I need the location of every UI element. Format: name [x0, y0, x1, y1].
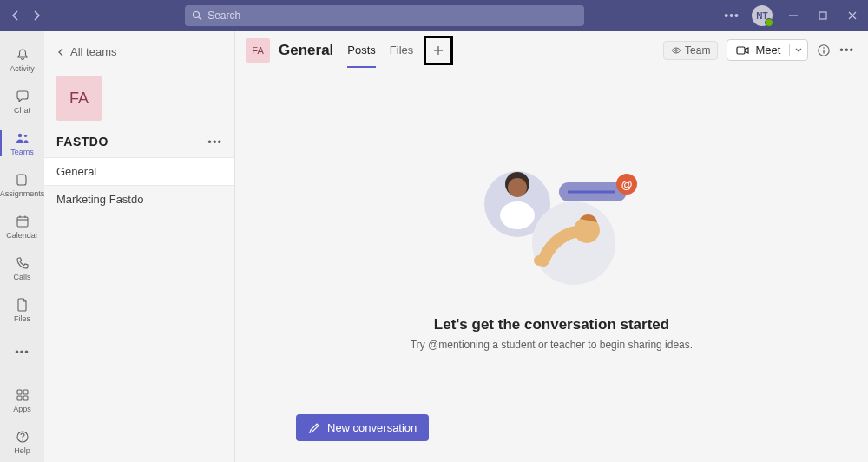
window-close-button[interactable]	[844, 7, 861, 24]
tab-posts[interactable]: Posts	[347, 32, 376, 68]
more-icon: •••	[15, 344, 30, 360]
meet-button[interactable]: Meet	[727, 40, 789, 60]
all-teams-label: All teams	[70, 45, 116, 58]
search-input[interactable]: Search	[185, 5, 584, 26]
rail-label: Calendar	[6, 231, 38, 240]
meet-dropdown-button[interactable]	[789, 44, 807, 56]
team-pill-label: Team	[685, 44, 710, 56]
eye-icon	[671, 45, 681, 56]
team-name[interactable]: FASTDO	[56, 135, 108, 148]
team-more-button[interactable]: •••	[207, 135, 222, 148]
rail-item-chat[interactable]: Chat	[0, 82, 44, 122]
compose-icon	[308, 422, 320, 434]
rail-label: Calls	[13, 273, 30, 281]
svg-point-29	[532, 201, 615, 285]
content-body: @ Let's get the conversation started Try…	[235, 69, 868, 462]
rail-label: Chat	[14, 106, 30, 115]
svg-point-6	[17, 134, 21, 137]
help-icon	[16, 429, 30, 445]
rail-item-activity[interactable]: Activity	[0, 40, 44, 80]
svg-point-0	[194, 12, 200, 18]
svg-point-27	[500, 201, 535, 229]
svg-line-1	[199, 17, 201, 20]
svg-rect-21	[737, 47, 745, 54]
rail-label: Apps	[13, 405, 31, 413]
svg-point-23	[824, 47, 825, 49]
apps-icon	[16, 387, 30, 403]
calendar-icon	[16, 214, 30, 229]
rail-item-teams[interactable]: Teams	[0, 123, 44, 163]
channel-panel: All teams FA FASTDO ••• General Marketin…	[44, 31, 235, 462]
channel-more-button[interactable]: •••	[839, 43, 854, 56]
svg-point-20	[675, 49, 678, 51]
rail-item-assignments[interactable]: Assignments	[0, 165, 44, 205]
info-icon	[817, 43, 831, 57]
channel-info-button[interactable]	[817, 43, 831, 57]
nav-forward-button[interactable]	[28, 7, 45, 24]
add-tab-button[interactable]	[432, 44, 444, 56]
channel-item-general[interactable]: General	[44, 157, 234, 186]
empty-state-subtext: Try @mentioning a student or teacher to …	[411, 339, 693, 351]
titlebar: Search ••• NT	[0, 0, 868, 31]
team-avatar[interactable]: FA	[56, 76, 102, 121]
video-icon	[736, 45, 750, 56]
rail-label: Teams	[10, 148, 34, 156]
svg-rect-15	[23, 396, 28, 400]
titlebar-more-button[interactable]: •••	[724, 9, 740, 23]
new-conversation-button[interactable]: New conversation	[296, 414, 429, 441]
empty-state-illustration: @	[457, 148, 648, 295]
user-avatar[interactable]: NT	[752, 5, 773, 26]
bell-icon	[16, 47, 30, 63]
channel-avatar: FA	[246, 38, 270, 63]
rail-label: Activity	[10, 64, 35, 73]
app-rail: Activity Chat Teams Assignments Calendar	[0, 31, 44, 462]
svg-rect-12	[17, 390, 22, 394]
empty-state-heading: Let's get the conversation started	[434, 316, 669, 333]
all-teams-button[interactable]: All teams	[44, 40, 234, 63]
window-minimize-button[interactable]	[785, 7, 802, 24]
rail-item-calendar[interactable]: Calendar	[0, 207, 44, 247]
rail-item-calls[interactable]: Calls	[0, 248, 44, 288]
svg-point-31	[534, 255, 544, 266]
add-tab-highlight	[424, 36, 453, 65]
tab-files[interactable]: Files	[390, 32, 413, 68]
search-icon	[192, 10, 202, 21]
rail-item-files[interactable]: Files	[0, 290, 44, 330]
chevron-left-icon	[56, 48, 65, 56]
new-conversation-label: New conversation	[327, 421, 417, 434]
teams-icon	[15, 130, 30, 146]
content-header: FA General Posts Files Team Meet	[235, 31, 868, 69]
chat-icon	[16, 89, 30, 104]
rail-label: Files	[14, 314, 30, 323]
channel-title: General	[279, 42, 333, 59]
rail-item-apps[interactable]: Apps	[0, 380, 44, 420]
meet-button-group: Meet	[727, 39, 808, 61]
rail-label: Help	[14, 446, 30, 455]
svg-rect-14	[17, 396, 22, 400]
svg-rect-3	[819, 12, 826, 19]
channel-item-marketing[interactable]: Marketing Fastdo	[44, 186, 234, 213]
files-icon	[16, 297, 30, 313]
svg-rect-13	[23, 390, 28, 394]
team-pill-button[interactable]: Team	[663, 41, 718, 60]
svg-text:@: @	[621, 178, 632, 191]
svg-point-28	[508, 178, 527, 197]
svg-point-7	[23, 135, 26, 137]
svg-point-17	[22, 439, 23, 440]
meet-label: Meet	[755, 43, 780, 56]
plus-icon	[432, 44, 444, 56]
chevron-down-icon	[795, 48, 802, 53]
svg-rect-8	[17, 217, 28, 227]
rail-label: Assignments	[0, 189, 44, 198]
search-placeholder: Search	[207, 10, 240, 22]
assignments-icon	[16, 172, 30, 188]
window-maximize-button[interactable]	[814, 7, 832, 24]
rail-more-button[interactable]: •••	[0, 332, 44, 372]
nav-back-button[interactable]	[7, 7, 24, 24]
rail-item-help[interactable]: Help	[0, 422, 44, 462]
calls-icon	[16, 255, 30, 271]
content-area: FA General Posts Files Team Meet	[235, 31, 868, 462]
